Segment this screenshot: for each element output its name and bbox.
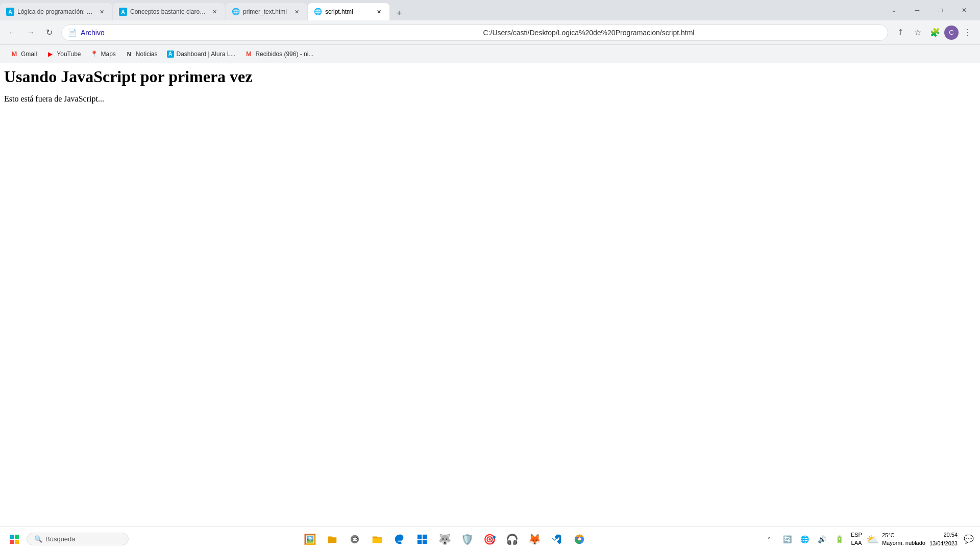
bookmark-gmail[interactable]: M Gmail — [6, 48, 41, 60]
time: 20:54 — [929, 531, 958, 539]
share-button[interactable]: ⤴ — [892, 24, 909, 41]
tab-4[interactable]: 🌐 script.html ✕ — [308, 3, 389, 20]
svg-rect-8 — [418, 539, 422, 543]
tab-2[interactable]: A Conceptos bastante claros | Lóg... ✕ — [113, 3, 225, 20]
tab-3-close[interactable]: ✕ — [292, 7, 301, 16]
title-bar: A Lógica de programación: Primer... ✕ A … — [0, 0, 980, 20]
weather-desc: Mayorm. nublado — [882, 539, 925, 546]
forward-button[interactable]: → — [22, 24, 39, 41]
tabs-area: A Lógica de programación: Primer... ✕ A … — [0, 0, 878, 20]
taskbar-files[interactable] — [322, 529, 342, 549]
system-tray: ^ 🔄 🌐 🔊 🔋 — [761, 531, 847, 547]
bookmark-alura[interactable]: A Dashboard | Alura L... — [163, 48, 240, 60]
bookmark-maps-label: Maps — [101, 51, 116, 58]
tab-4-close[interactable]: ✕ — [374, 7, 383, 16]
page-heading: Usando JavaScript por primera vez — [4, 67, 976, 86]
notification-center[interactable]: 💬 — [962, 532, 976, 546]
clock[interactable]: 20:54 13/04/2023 — [929, 531, 958, 547]
toolbar: ← → ↻ 📄 Archivo C:/Users/casti/Desktop/L… — [0, 20, 980, 45]
bookmark-recibidos-label: Recibidos (996) - ni... — [255, 51, 313, 58]
bookmark-noticias[interactable]: N Noticias — [121, 48, 162, 60]
svg-rect-6 — [418, 534, 422, 538]
new-tab-button[interactable]: + — [392, 6, 406, 20]
tab-3-favicon: 🌐 — [232, 8, 240, 16]
tab-4-title: script.html — [325, 8, 371, 15]
svg-rect-9 — [423, 539, 427, 543]
taskbar-vscode[interactable] — [547, 529, 567, 549]
gmail-icon: M — [10, 50, 18, 58]
tab-2-favicon: A — [119, 8, 127, 16]
tab-1-title: Lógica de programación: Primer... — [17, 8, 94, 15]
taskbar-left: 🔍 Búsqueda — [4, 529, 129, 549]
taskbar-explorer[interactable] — [367, 529, 387, 549]
maps-icon: 📍 — [90, 50, 99, 58]
taskbar: 🔍 Búsqueda 🖼️ 💬 🐺 🛡️ 🎯 — [0, 527, 980, 551]
tray-battery[interactable]: 🔋 — [832, 532, 847, 546]
page-body-text: Esto está fuera de JavaScript... — [4, 94, 976, 104]
taskbar-chrome[interactable] — [569, 529, 590, 549]
search-icon: 🔍 — [34, 535, 42, 543]
tab-2-close[interactable]: ✕ — [210, 7, 219, 16]
weather-widget[interactable]: ⛅ 25°C Mayorm. nublado — [866, 532, 925, 546]
profile-button[interactable]: C — [944, 26, 959, 40]
svg-rect-7 — [423, 534, 427, 538]
svg-rect-2 — [10, 540, 14, 544]
taskbar-app-11[interactable]: 🦊 — [524, 529, 545, 549]
chrome-window: A Lógica de programación: Primer... ✕ A … — [0, 0, 980, 551]
minimize-button[interactable]: ─ — [905, 2, 929, 18]
menu-button[interactable]: ⋮ — [960, 24, 976, 41]
taskbar-store[interactable] — [412, 529, 432, 549]
toolbar-actions: ⤴ ☆ 🧩 C ⋮ — [892, 24, 976, 41]
bookmark-maps[interactable]: 📍 Maps — [86, 48, 120, 60]
tab-list-button[interactable]: ⌄ — [882, 2, 905, 18]
tab-1-close[interactable]: ✕ — [97, 7, 106, 16]
tab-3-title: primer_text.html — [243, 8, 289, 15]
taskbar-librewolf[interactable]: 🐺 — [434, 529, 455, 549]
taskbar-app-10[interactable]: 🎧 — [502, 529, 522, 549]
bookmark-recibidos[interactable]: M Recibidos (996) - ni... — [240, 48, 317, 60]
page-content: Usando JavaScript por primera vez Esto e… — [0, 63, 980, 527]
date: 13/04/2023 — [929, 539, 958, 548]
taskbar-app-9[interactable]: 🎯 — [479, 529, 500, 549]
bookmark-button[interactable]: ☆ — [910, 24, 926, 41]
svg-rect-3 — [15, 540, 19, 544]
address-bar[interactable]: 📄 Archivo C:/Users/casti/Desktop/Logica%… — [61, 24, 888, 41]
extensions-button[interactable]: 🧩 — [927, 24, 943, 41]
tray-arrow[interactable]: ^ — [761, 531, 777, 547]
language-indicator[interactable]: ESP LAA — [851, 531, 862, 547]
taskbar-center: 🖼️ 💬 🐺 🛡️ 🎯 🎧 🦊 — [129, 529, 761, 549]
tray-network[interactable]: 🌐 — [798, 532, 812, 546]
back-button[interactable]: ← — [4, 24, 20, 41]
reload-button[interactable]: ↻ — [41, 24, 57, 41]
bookmark-youtube[interactable]: ▶ YouTube — [42, 48, 85, 60]
weather-text: 25°C Mayorm. nublado — [882, 532, 925, 546]
search-bar[interactable]: 🔍 Búsqueda — [27, 533, 129, 545]
recibidos-icon: M — [244, 50, 253, 58]
taskbar-malwarebytes[interactable]: 🛡️ — [457, 529, 477, 549]
maximize-button[interactable]: □ — [929, 2, 952, 18]
taskbar-edge[interactable] — [389, 529, 410, 549]
svg-rect-1 — [15, 535, 19, 539]
taskbar-wallpaper[interactable]: 🖼️ — [300, 529, 320, 549]
protocol-icon: 📄 — [68, 29, 77, 37]
bookmark-alura-label: Dashboard | Alura L... — [177, 51, 236, 58]
tab-1-favicon: A — [6, 8, 14, 16]
address-protocol: Archivo — [81, 29, 479, 37]
alura-icon: A — [167, 51, 174, 58]
tray-volume[interactable]: 🔊 — [815, 532, 829, 546]
bookmarks-bar: M Gmail ▶ YouTube 📍 Maps N Noticias A Da… — [0, 45, 980, 63]
svg-rect-0 — [10, 535, 14, 539]
close-button[interactable]: ✕ — [952, 2, 976, 18]
tab-1[interactable]: A Lógica de programación: Primer... ✕ — [0, 3, 112, 20]
tab-2-title: Conceptos bastante claros | Lóg... — [130, 8, 207, 15]
bookmark-noticias-label: Noticias — [136, 51, 158, 58]
bookmark-gmail-label: Gmail — [21, 51, 37, 58]
tray-sync[interactable]: 🔄 — [780, 532, 795, 546]
taskbar-chat[interactable]: 💬 — [345, 529, 365, 549]
bookmark-youtube-label: YouTube — [57, 51, 81, 58]
tab-3[interactable]: 🌐 primer_text.html ✕ — [226, 3, 307, 20]
weather-temp: 25°C — [882, 532, 925, 539]
tab-4-favicon: 🌐 — [314, 8, 322, 16]
window-controls: ⌄ ─ □ ✕ — [878, 0, 980, 20]
start-button[interactable] — [4, 529, 24, 549]
